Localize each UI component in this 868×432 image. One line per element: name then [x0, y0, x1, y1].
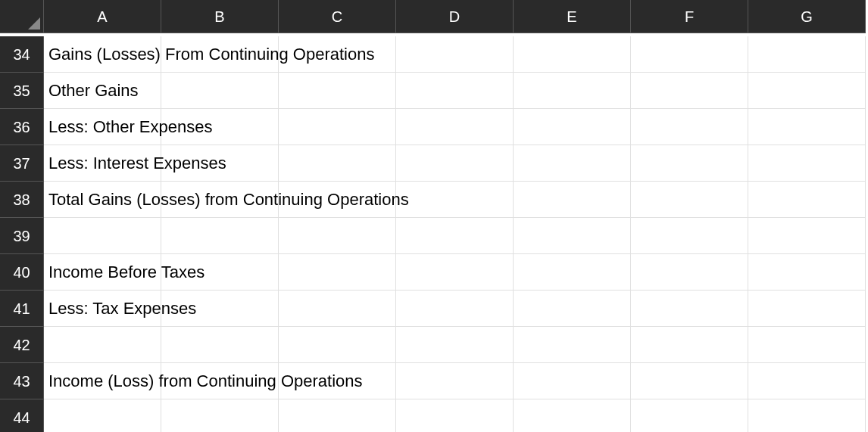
- row-header-36[interactable]: 36: [0, 109, 44, 145]
- cell-f43[interactable]: [631, 363, 748, 399]
- cell-f42[interactable]: [631, 327, 748, 363]
- cell-f35[interactable]: [631, 73, 748, 109]
- cell-a41[interactable]: Less: Tax Expenses: [44, 291, 161, 327]
- row-header-35[interactable]: 35: [0, 73, 44, 109]
- cell-c36[interactable]: [279, 109, 396, 145]
- cell-d35[interactable]: [396, 73, 514, 109]
- cell-f38[interactable]: [631, 182, 748, 218]
- cell-d43[interactable]: [396, 363, 514, 399]
- cell-g34[interactable]: [748, 36, 866, 73]
- select-all-icon: [28, 17, 40, 30]
- cell-g43[interactable]: [748, 363, 866, 399]
- cell-c39[interactable]: [279, 218, 396, 254]
- column-header-g[interactable]: G: [748, 0, 866, 33]
- cell-e43[interactable]: [514, 363, 631, 399]
- cell-g38[interactable]: [748, 182, 866, 218]
- cell-b42[interactable]: [161, 327, 279, 363]
- cell-f36[interactable]: [631, 109, 748, 145]
- cell-d36[interactable]: [396, 109, 514, 145]
- row-header-40[interactable]: 40: [0, 254, 44, 291]
- cell-f41[interactable]: [631, 291, 748, 327]
- cell-g35[interactable]: [748, 73, 866, 109]
- cell-e35[interactable]: [514, 73, 631, 109]
- row-header-34[interactable]: 34: [0, 36, 44, 73]
- cell-e41[interactable]: [514, 291, 631, 327]
- row-header-44[interactable]: 44: [0, 399, 44, 432]
- cell-e36[interactable]: [514, 109, 631, 145]
- cell-d44[interactable]: [396, 399, 514, 432]
- cell-e40[interactable]: [514, 254, 631, 291]
- column-header-d[interactable]: D: [396, 0, 514, 33]
- cell-d34[interactable]: [396, 36, 514, 73]
- cell-b44[interactable]: [161, 399, 279, 432]
- cell-e34[interactable]: [514, 36, 631, 73]
- cell-a40[interactable]: Income Before Taxes: [44, 254, 161, 291]
- cell-f40[interactable]: [631, 254, 748, 291]
- row-header-39[interactable]: 39: [0, 218, 44, 254]
- row-header-43[interactable]: 43: [0, 363, 44, 399]
- cell-f34[interactable]: [631, 36, 748, 73]
- cell-f37[interactable]: [631, 145, 748, 182]
- cell-e37[interactable]: [514, 145, 631, 182]
- cell-a37[interactable]: Less: Interest Expenses: [44, 145, 161, 182]
- cell-c40[interactable]: [279, 254, 396, 291]
- cell-d40[interactable]: [396, 254, 514, 291]
- cell-c35[interactable]: [279, 73, 396, 109]
- cell-g39[interactable]: [748, 218, 866, 254]
- cell-b39[interactable]: [161, 218, 279, 254]
- cell-d37[interactable]: [396, 145, 514, 182]
- cell-g40[interactable]: [748, 254, 866, 291]
- cell-c42[interactable]: [279, 327, 396, 363]
- column-header-a[interactable]: A: [44, 0, 161, 33]
- cell-g37[interactable]: [748, 145, 866, 182]
- cell-d41[interactable]: [396, 291, 514, 327]
- column-header-c[interactable]: C: [279, 0, 396, 33]
- column-header-f[interactable]: F: [631, 0, 748, 33]
- cell-c37[interactable]: [279, 145, 396, 182]
- cell-c44[interactable]: [279, 399, 396, 432]
- cell-a36[interactable]: Less: Other Expenses: [44, 109, 161, 145]
- cell-g42[interactable]: [748, 327, 866, 363]
- cell-c41[interactable]: [279, 291, 396, 327]
- row-header-41[interactable]: 41: [0, 291, 44, 327]
- cell-g44[interactable]: [748, 399, 866, 432]
- cell-a35[interactable]: Other Gains: [44, 73, 161, 109]
- cell-d38[interactable]: [396, 182, 514, 218]
- cell-d39[interactable]: [396, 218, 514, 254]
- cell-a43[interactable]: Income (Loss) from Continuing Operations: [44, 363, 161, 399]
- cell-d42[interactable]: [396, 327, 514, 363]
- cell-a44[interactable]: [44, 399, 161, 432]
- row-header-42[interactable]: 42: [0, 327, 44, 363]
- cell-e42[interactable]: [514, 327, 631, 363]
- cell-a34[interactable]: Gains (Losses) From Continuing Operation…: [44, 36, 161, 73]
- spreadsheet-grid: A B C D E F G 34 Gains (Losses) From Con…: [0, 0, 868, 432]
- cell-a38[interactable]: Total Gains (Losses) from Continuing Ope…: [44, 182, 161, 218]
- cell-e44[interactable]: [514, 399, 631, 432]
- row-header-38[interactable]: 38: [0, 182, 44, 218]
- cell-e38[interactable]: [514, 182, 631, 218]
- column-header-e[interactable]: E: [514, 0, 631, 33]
- cell-g41[interactable]: [748, 291, 866, 327]
- cell-e39[interactable]: [514, 218, 631, 254]
- column-header-b[interactable]: B: [161, 0, 279, 33]
- cell-g36[interactable]: [748, 109, 866, 145]
- select-all-corner[interactable]: [0, 0, 44, 33]
- cell-a42[interactable]: [44, 327, 161, 363]
- cell-a39[interactable]: [44, 218, 161, 254]
- cell-f39[interactable]: [631, 218, 748, 254]
- row-header-37[interactable]: 37: [0, 145, 44, 182]
- cell-b35[interactable]: [161, 73, 279, 109]
- cell-f44[interactable]: [631, 399, 748, 432]
